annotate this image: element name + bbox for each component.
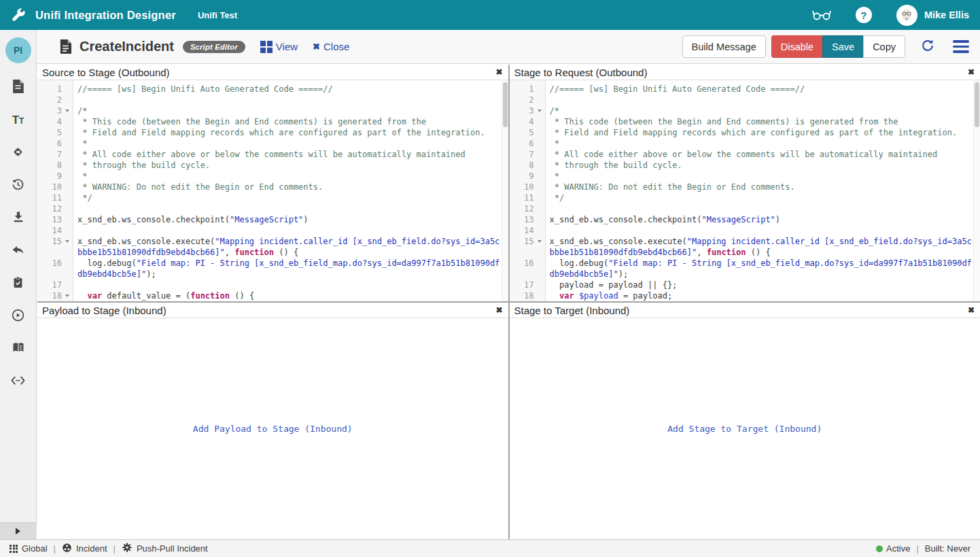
code-line: 17 (37, 280, 508, 290)
page-title: CreateIncident (80, 39, 174, 54)
code-line: 14 (510, 225, 980, 236)
code-line: 13x_snd_eb.ws_console.checkpoint("Messag… (510, 214, 980, 225)
fold-toggle-icon[interactable] (65, 294, 69, 297)
copy-button[interactable]: Copy (863, 35, 905, 58)
code-line: 11 */ (510, 192, 980, 203)
sidebar-expand-button[interactable] (0, 522, 37, 539)
panel-payload-to-stage: Payload to Stage (Inbound) ✖ Add Payload… (37, 303, 508, 539)
disable-button[interactable]: Disable (771, 35, 822, 58)
process-label: Push-Pull Incident (137, 543, 208, 554)
add-stage-to-target-link[interactable]: Add Stage to Target (Inbound) (667, 424, 822, 434)
line-number-gutter: 18 (510, 290, 545, 301)
code-line: 12 (510, 203, 980, 214)
code-line: 18 var $payload = payload; (510, 290, 980, 301)
line-number-gutter: 15 (37, 236, 73, 258)
code-line: 7 * All code either above or below the c… (37, 149, 508, 160)
code-line: 3/* (37, 105, 508, 116)
fold-toggle-icon[interactable] (65, 109, 69, 112)
sidebar-item-history[interactable] (0, 169, 37, 202)
left-sidebar: PI TT (0, 30, 37, 539)
code-line: 4 * This code (between the Begin and End… (510, 116, 980, 127)
build-message-button[interactable]: Build Message (682, 35, 766, 58)
preview-glasses-button[interactable] (811, 6, 833, 24)
help-icon[interactable]: ? (856, 7, 872, 23)
line-number-gutter: 9 (510, 171, 545, 182)
line-number-gutter: 16 (510, 258, 545, 280)
sidebar-item-run[interactable] (0, 300, 37, 333)
play-circle-icon (11, 308, 25, 325)
sidebar-item-fields[interactable]: TT (0, 104, 37, 137)
code-line: 11 */ (37, 192, 508, 203)
gear-icon (122, 542, 133, 555)
scrollbar-thumb[interactable] (975, 82, 979, 127)
grid-view-icon (260, 41, 273, 53)
scrollbar (973, 80, 980, 301)
scrollbar (502, 80, 508, 301)
line-number-gutter: 6 (37, 138, 73, 149)
panel-close-icon[interactable]: ✖ (968, 67, 975, 77)
code-editor[interactable]: 1//===== [ws] Begin Unifi Auto Generated… (510, 80, 980, 301)
code-line: 15x_snd_eb.ws_console.execute("Mapping i… (37, 236, 508, 258)
code-line: 7 * All code either above or below the c… (510, 149, 980, 160)
top-navbar: Unifi Integration Designer Unifi Test ? … (0, 0, 980, 30)
panel-title: Source to Stage (Outbound) (42, 67, 170, 78)
panel-close-icon[interactable]: ✖ (495, 305, 502, 315)
line-number-gutter: 2 (37, 95, 73, 105)
text-fields-icon: TT (12, 114, 24, 127)
sidebar-item-docs[interactable] (0, 333, 37, 365)
script-panels: Source to Stage (Outbound) ✖ 1//===== [w… (37, 65, 980, 539)
code-line: 5 * Field and Field mapping records whic… (510, 127, 980, 138)
fold-toggle-icon[interactable] (538, 109, 542, 112)
code-line: 2 (510, 95, 980, 105)
integration-avatar[interactable]: PI (5, 37, 31, 63)
separator: | (916, 543, 918, 554)
panel-close-icon[interactable]: ✖ (495, 67, 502, 77)
milestone-icon (11, 145, 25, 162)
script-editor-badge: Script Editor (183, 41, 245, 53)
sidebar-item-tests[interactable] (0, 267, 37, 300)
active-status-dot (876, 545, 883, 552)
line-number-gutter: 3 (37, 105, 73, 116)
separator: | (54, 543, 56, 554)
panel-header: Payload to Stage (Inbound) ✖ (37, 303, 508, 318)
line-number-gutter: 17 (37, 280, 73, 290)
refresh-button[interactable] (920, 38, 935, 55)
menu-button[interactable] (953, 40, 969, 53)
sidebar-item-download[interactable] (0, 202, 37, 235)
code-editor[interactable]: 1//===== [ws] Begin Unifi Auto Generated… (37, 80, 508, 301)
reply-icon (11, 243, 25, 260)
clipboard-check-icon (12, 275, 24, 292)
view-button[interactable]: View (260, 41, 298, 53)
line-number-gutter: 7 (510, 149, 545, 160)
active-status-label: Active (886, 543, 910, 554)
sidebar-item-code[interactable] (0, 365, 37, 398)
code-line: 1//===== [ws] Begin Unifi Auto Generated… (510, 84, 980, 95)
line-number-gutter: 6 (510, 138, 545, 149)
code-line: 8 * through the build cycle. (510, 160, 980, 171)
code-line: 13x_snd_eb.ws_console.checkpoint("Messag… (37, 214, 508, 225)
panel-close-icon[interactable]: ✖ (968, 305, 975, 315)
line-number-gutter: 1 (37, 84, 73, 95)
sidebar-item-messages[interactable] (0, 71, 37, 104)
line-number-gutter: 16 (37, 258, 73, 280)
code-line: 14 (37, 225, 508, 236)
sidebar-item-field-maps[interactable] (0, 137, 37, 169)
save-button[interactable]: Save (822, 35, 863, 58)
add-payload-to-stage-link[interactable]: Add Payload to Stage (Inbound) (193, 424, 353, 434)
table-item[interactable]: Incident (62, 543, 107, 555)
fold-toggle-icon[interactable] (538, 240, 542, 243)
line-number-gutter: 8 (510, 160, 545, 171)
line-number-gutter: 4 (37, 116, 73, 127)
user-avatar[interactable] (896, 5, 917, 26)
panel-title: Stage to Request (Outbound) (514, 67, 648, 78)
scrollbar-thumb[interactable] (503, 82, 508, 127)
scope-item[interactable]: Global (10, 543, 48, 554)
process-item[interactable]: Push-Pull Incident (122, 542, 208, 555)
code-line: 2 (37, 95, 508, 105)
built-status-label: Built: Never (925, 543, 970, 554)
sidebar-item-revert[interactable] (0, 235, 37, 267)
file-icon (12, 79, 24, 97)
close-button[interactable]: ✖ Close (313, 41, 349, 52)
panel-header: Source to Stage (Outbound) ✖ (37, 65, 508, 80)
fold-toggle-icon[interactable] (65, 240, 69, 243)
